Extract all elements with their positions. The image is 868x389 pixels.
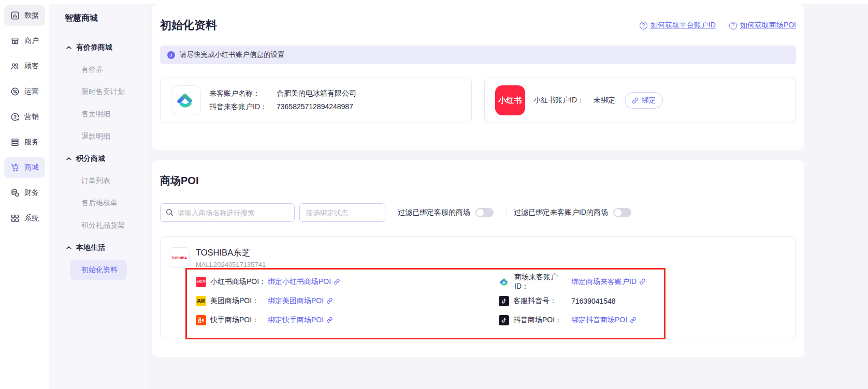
search-icon — [166, 208, 173, 216]
help-link-mall-poi[interactable]: ? 如何获取商场POI — [729, 21, 796, 30]
rail-item-label: 系统 — [24, 214, 39, 223]
sidebar-section-label: 有价券商城 — [76, 43, 112, 52]
icon-rail: 数据 商户 顾客 运营 营销 服务 商城 财务 系统 — [0, 0, 49, 389]
filter-bound-laike-toggle[interactable] — [613, 208, 631, 217]
poi-link-text: 绑定小红书商场POI — [268, 277, 331, 287]
rail-item-finance[interactable]: 财务 — [4, 183, 45, 203]
bind-status-filter-select[interactable] — [299, 203, 385, 222]
mall-search-input[interactable] — [160, 203, 295, 222]
poi-label-text: 小红书商场POI： — [210, 277, 266, 287]
poi-label-text: 快手商场POI： — [210, 316, 259, 325]
rail-item-label: 财务 — [24, 188, 39, 198]
chevron-up-icon — [66, 157, 71, 160]
rail-item-operation[interactable]: 运营 — [4, 81, 45, 102]
laike-account-card: 来客账户名称： 合肥美的电冰箱有限公司 抖音来客账户ID： 7365825712… — [160, 78, 472, 123]
bind-xiaohongshu-poi-link[interactable]: 绑定小红书商场POI — [268, 277, 340, 287]
chevron-up-icon — [66, 246, 71, 249]
sidebar: 智慧商城 有价券商城 有价券 限时售卖计划 售卖明细 退款明细 积分商城 订单列… — [49, 0, 148, 389]
bind-button[interactable]: 绑定 — [625, 92, 663, 109]
sidebar-section-label: 积分商城 — [76, 154, 105, 163]
divider — [506, 208, 507, 217]
xiaohongshu-account-card: 小红书 小红书账户ID： 未绑定 绑定 — [484, 78, 796, 123]
storefront-icon — [10, 36, 20, 46]
rail-item-label: 营销 — [24, 112, 39, 122]
sidebar-section-local-life[interactable]: 本地生活 — [66, 243, 148, 252]
sidebar-item-flash-sale-plan[interactable]: 限时售卖计划 — [81, 87, 148, 97]
xiaohongshu-badge-icon: 小红书 — [196, 277, 206, 287]
rail-item-data[interactable]: 数据 — [4, 5, 45, 26]
help-link-platform-id[interactable]: ? 如何获取平台账户ID — [640, 21, 716, 30]
poi-row-meituan: 美团 美团商场POI： 绑定美团商场POI — [196, 291, 499, 310]
poi-row-kuaishou: 快手商场POI： 绑定快手商场POI — [196, 310, 499, 330]
help-links: ? 如何获取平台账户ID ? 如何获取商场POI — [640, 21, 796, 30]
question-circle-icon: ? — [729, 22, 737, 29]
sidebar-item-coupon[interactable]: 有价券 — [81, 65, 148, 74]
sidebar-item-gift-shelf[interactable]: 积分礼品货架 — [81, 221, 148, 230]
bind-button-label: 绑定 — [642, 96, 656, 105]
grid-icon — [10, 213, 20, 223]
filter-bound-service-toggle[interactable] — [475, 208, 494, 217]
laike-name-value: 合肥美的电冰箱有限公司 — [277, 89, 356, 98]
meituan-badge-icon: 美团 — [196, 296, 206, 306]
toggle-label: 过滤已绑定客服的商场 — [398, 208, 470, 217]
sidebar-item-init-profile[interactable]: 初始化资料 — [70, 260, 127, 280]
rail-item-marketing[interactable]: 营销 — [4, 107, 45, 127]
question-circle-icon: ? — [640, 22, 647, 29]
poi-row-service-douyin: 客服抖音号： 71639041548 — [499, 291, 646, 310]
sidebar-item-order-list[interactable]: 订单列表 — [81, 176, 148, 186]
link-icon — [326, 297, 333, 304]
poi-label-text: 美团商场POI： — [210, 296, 259, 306]
sidebar-section-points-mall[interactable]: 积分商城 — [66, 154, 148, 163]
poi-row-laike-id: 商场来客账户ID： 绑定商场来客账户ID — [499, 272, 646, 291]
poi-row-douyin-poi: 抖音商场POI： 绑定抖音商场POI — [499, 310, 646, 330]
poi-label-text: 客服抖音号： — [513, 296, 557, 306]
rail-item-mall[interactable]: 商城 — [4, 157, 45, 178]
operation-icon — [10, 86, 20, 97]
poi-row-xiaohongshu: 小红书 小红书商场POI： 绑定小红书商场POI — [196, 272, 499, 291]
poi-link-text: 绑定抖音商场POI — [571, 316, 627, 325]
help-link-label: 如何获取商场POI — [740, 21, 796, 30]
sidebar-section-label: 本地生活 — [76, 243, 105, 252]
layers-icon — [10, 137, 20, 147]
rail-item-label: 服务 — [24, 138, 39, 147]
toggle-label: 过滤已绑定来客账户ID的商场 — [514, 208, 608, 217]
data-chart-icon — [10, 10, 20, 21]
sidebar-section-coupon-mall[interactable]: 有价券商城 — [66, 43, 148, 52]
xhs-id-label: 小红书账户ID： — [533, 96, 584, 105]
poi-link-text: 绑定快手商场POI — [268, 316, 324, 325]
sidebar-item-aftersale[interactable]: 售后维权单 — [81, 199, 148, 208]
coins-icon — [10, 188, 20, 198]
poi-label-text: 抖音商场POI： — [513, 316, 562, 325]
link-icon — [326, 317, 333, 323]
mall-code: MALL20240517135741 — [196, 261, 266, 268]
mall-poi-title: 商场POI — [160, 174, 796, 188]
poi-label-text: 商场来客账户ID： — [514, 273, 571, 291]
laike-id-value: 7365825712894248987 — [277, 102, 353, 112]
info-icon: i — [167, 51, 175, 59]
bind-laike-id-link[interactable]: 绑定商场来客账户ID — [571, 277, 646, 287]
bind-meituan-poi-link[interactable]: 绑定美团商场POI — [268, 296, 333, 306]
filter-bound-laike-toggle-group: 过滤已绑定来客账户ID的商场 — [514, 208, 631, 217]
rail-item-label: 顾客 — [24, 62, 39, 71]
page-title: 初始化资料 — [160, 18, 217, 33]
rail-item-customers[interactable]: 顾客 — [4, 56, 45, 77]
bind-kuaishou-poi-link[interactable]: 绑定快手商场POI — [268, 316, 333, 325]
rail-item-service[interactable]: 服务 — [4, 132, 45, 153]
douyin-badge-icon — [499, 296, 509, 306]
rail-item-merchant[interactable]: 商户 — [4, 31, 45, 51]
mall-name: TOSHIBA东芝 — [196, 247, 266, 259]
mall-list-item: TOSHIBA TOSHIBA东芝 MALL20240517135741 小红书… — [160, 236, 796, 339]
rail-item-system[interactable]: 系统 — [4, 208, 45, 229]
rail-item-label: 商城 — [24, 163, 39, 172]
rail-item-label: 商户 — [24, 36, 39, 46]
kuaishou-badge-icon — [196, 315, 206, 325]
laike-name-label: 来客账户名称： — [209, 89, 277, 98]
link-icon — [632, 97, 639, 104]
laike-badge-icon — [499, 276, 510, 288]
toshiba-logo: TOSHIBA — [169, 247, 190, 268]
bind-douyin-poi-link[interactable]: 绑定抖音商场POI — [571, 316, 636, 325]
sidebar-item-refund-detail[interactable]: 退款明细 — [81, 132, 148, 141]
link-icon — [630, 317, 636, 323]
sidebar-item-sale-detail[interactable]: 售卖明细 — [81, 110, 148, 119]
xhs-id-status: 未绑定 — [594, 96, 615, 105]
